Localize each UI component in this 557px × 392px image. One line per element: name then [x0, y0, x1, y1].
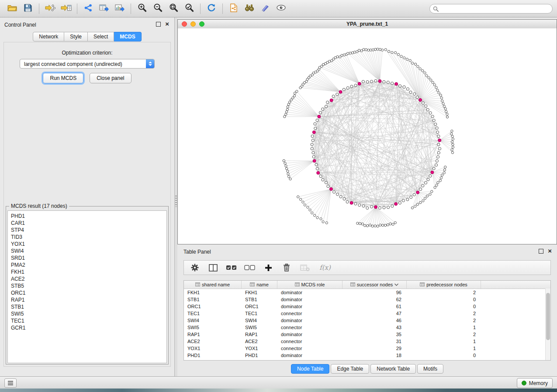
- eye-icon: [276, 4, 286, 13]
- memory-button[interactable]: Memory: [517, 378, 553, 388]
- close-panel-button[interactable]: Close panel: [90, 73, 131, 83]
- table-scrollbar[interactable]: [545, 289, 550, 360]
- unselect-all-columns-button[interactable]: [244, 262, 256, 273]
- table-row[interactable]: FKH1FKH1dominator962: [184, 289, 550, 296]
- mcds-result-item[interactable]: FKH1: [11, 268, 163, 275]
- mcds-result-title: MCDS result (17 nodes): [9, 203, 69, 209]
- splitter-grip[interactable]: [175, 196, 177, 207]
- show-columns-button[interactable]: [208, 262, 219, 273]
- cell-shared-name: FKH1: [184, 289, 242, 296]
- table-row[interactable]: ORC1ORC1dominator610: [184, 303, 550, 310]
- mcds-result-item[interactable]: SWI5: [11, 310, 163, 317]
- float-panel-icon[interactable]: [156, 22, 161, 27]
- new-table-button[interactable]: [96, 2, 112, 15]
- share-document-button[interactable]: [226, 2, 242, 15]
- tab-style[interactable]: Style: [64, 32, 88, 41]
- mcds-result-item[interactable]: STP4: [11, 227, 163, 234]
- maximize-window-icon[interactable]: [199, 21, 204, 27]
- column-header-successor-nodes[interactable]: successor nodes: [343, 281, 407, 289]
- float-panel-icon[interactable]: [539, 249, 543, 254]
- minimize-window-icon[interactable]: [190, 21, 196, 27]
- table-row[interactable]: RAP1RAP1dominator352: [184, 331, 550, 338]
- network-window: YPA_prune.txt_1: [177, 19, 557, 244]
- tab-network[interactable]: Network: [33, 32, 64, 41]
- show-panels-button[interactable]: [4, 378, 17, 388]
- cell-name: SWI5: [242, 324, 277, 331]
- criterion-dropdown[interactable]: largest connected component (undirected): [20, 59, 155, 69]
- mcds-result-item[interactable]: STB5: [11, 282, 163, 289]
- tab-edge-table[interactable]: Edge Table: [331, 364, 369, 374]
- table-row[interactable]: SWI5SWI5connector431: [184, 324, 550, 331]
- table-row[interactable]: ACE2ACE2connector311: [184, 338, 550, 345]
- column-header-predecessor-nodes[interactable]: predecessor nodes: [407, 281, 481, 289]
- open-file-button[interactable]: [4, 2, 20, 15]
- table-mode-button[interactable]: [189, 262, 201, 273]
- mcds-result-item[interactable]: SWI4: [11, 248, 163, 254]
- cell-filler: [481, 338, 550, 345]
- import-table-button[interactable]: [58, 2, 74, 15]
- table-row[interactable]: STB1STB1dominator620: [184, 296, 550, 303]
- zoom-in-button[interactable]: [134, 2, 150, 15]
- mcds-result-item[interactable]: CAR1: [11, 220, 163, 227]
- main-toolbar: [0, 0, 557, 17]
- new-network-button[interactable]: [80, 2, 96, 15]
- memory-label: Memory: [529, 380, 548, 386]
- zoom-fit-button[interactable]: [166, 2, 181, 15]
- tab-network-table[interactable]: Network Table: [370, 364, 416, 374]
- mcds-result-item[interactable]: PHD1: [11, 213, 163, 220]
- mcds-result-item[interactable]: TID3: [11, 234, 163, 241]
- column-header-shared-name[interactable]: shared name: [184, 281, 242, 289]
- table-row[interactable]: YOX1YOX1connector291: [184, 345, 550, 352]
- search-input[interactable]: [429, 4, 553, 14]
- network-window-titlebar[interactable]: YPA_prune.txt_1: [178, 20, 557, 29]
- network-canvas[interactable]: [178, 28, 557, 244]
- mcds-result-item[interactable]: TEC1: [11, 317, 163, 324]
- cell-filler: [481, 310, 550, 317]
- mcds-result-item[interactable]: PMA2: [11, 261, 163, 268]
- select-all-columns-button[interactable]: [226, 262, 237, 273]
- table-row[interactable]: PHD1PHD1dominator180: [184, 352, 550, 359]
- import-network-button[interactable]: [42, 2, 58, 15]
- column-header-mcds-role[interactable]: MCDS role: [277, 281, 343, 289]
- save-session-button[interactable]: [20, 2, 36, 15]
- cell-predecessor-nodes: 1: [407, 338, 481, 345]
- column-icon: [350, 282, 355, 287]
- mcds-result-item[interactable]: STB1: [11, 303, 163, 310]
- tab-node-table[interactable]: Node Table: [291, 364, 330, 374]
- close-panel-icon[interactable]: ×: [165, 21, 169, 27]
- refresh-layout-button[interactable]: [204, 2, 219, 15]
- scrollbar-thumb[interactable]: [546, 293, 550, 340]
- mcds-result-item[interactable]: ACE2: [11, 275, 163, 282]
- toolbar-separator: [200, 3, 201, 14]
- search-network-button[interactable]: [242, 2, 257, 15]
- tab-mcds[interactable]: MCDS: [114, 32, 141, 41]
- cell-predecessor-nodes: 2: [407, 317, 481, 324]
- cell-successor-nodes: 62: [343, 296, 407, 303]
- add-column-button[interactable]: [263, 262, 274, 273]
- cell-mcds-role: dominator: [277, 289, 343, 296]
- table-row[interactable]: TEC1TEC1connector472: [184, 310, 550, 317]
- show-hide-button[interactable]: [273, 2, 289, 15]
- table-row[interactable]: SWI4SWI4dominator462: [184, 317, 550, 324]
- mcds-result-item[interactable]: GCR1: [11, 324, 163, 331]
- column-header-name[interactable]: name: [242, 281, 277, 289]
- zoom-selected-button[interactable]: [181, 2, 197, 15]
- mcds-result-item[interactable]: ORC1: [11, 289, 163, 296]
- tab-select[interactable]: Select: [88, 32, 114, 41]
- export-image-button[interactable]: [112, 2, 128, 15]
- network-graph[interactable]: [178, 28, 557, 244]
- delete-column-button[interactable]: [281, 262, 292, 273]
- close-panel-icon[interactable]: ×: [548, 248, 552, 254]
- close-window-icon[interactable]: [182, 21, 187, 27]
- zoom-out-button[interactable]: [150, 2, 166, 15]
- mcds-result-item[interactable]: SRD1: [11, 254, 163, 261]
- mcds-result-list[interactable]: PHD1CAR1STP4TID3YOX1SWI4SRD1PMA2FKH1ACE2…: [7, 210, 167, 363]
- memory-status-icon: [522, 381, 526, 385]
- cell-predecessor-nodes: 2: [407, 289, 481, 296]
- mcds-result-item[interactable]: YOX1: [11, 241, 163, 248]
- tab-motifs[interactable]: Motifs: [417, 364, 443, 374]
- run-mcds-button[interactable]: Run MCDS: [43, 73, 83, 83]
- apply-style-button[interactable]: [257, 2, 273, 15]
- cell-mcds-role: connector: [277, 310, 343, 317]
- mcds-result-item[interactable]: RAP1: [11, 296, 163, 303]
